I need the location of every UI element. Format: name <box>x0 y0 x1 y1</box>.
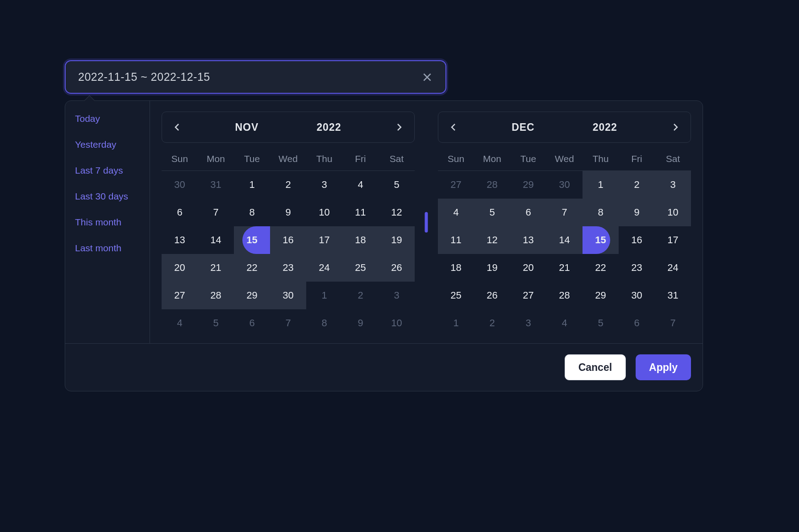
calendar-day[interactable]: 13 <box>510 226 546 254</box>
calendar-month[interactable]: NOV <box>235 121 258 133</box>
calendar-day[interactable]: 5 <box>474 199 510 226</box>
calendar-day[interactable]: 3 <box>655 171 691 199</box>
chevron-left-icon[interactable] <box>172 122 183 133</box>
calendar-day[interactable]: 5 <box>379 171 415 199</box>
calendar-day[interactable]: 2 <box>474 309 510 337</box>
shortcut-item[interactable]: Last 7 days <box>75 165 140 176</box>
calendar-day[interactable]: 8 <box>306 309 342 337</box>
calendar-day[interactable]: 6 <box>619 309 655 337</box>
calendar-day[interactable]: 30 <box>270 282 306 309</box>
calendar-day[interactable]: 17 <box>655 226 691 254</box>
calendar-day[interactable]: 11 <box>342 199 379 226</box>
shortcut-item[interactable]: Today <box>75 113 140 124</box>
calendar-day[interactable]: 10 <box>379 309 415 337</box>
calendar-day[interactable]: 7 <box>198 199 234 226</box>
calendar-day[interactable]: 12 <box>474 226 510 254</box>
calendar-day[interactable]: 18 <box>438 254 474 282</box>
calendar-day[interactable]: 1 <box>583 171 619 199</box>
calendar-day[interactable]: 29 <box>583 282 619 309</box>
calendar-day[interactable]: 1 <box>438 309 474 337</box>
calendar-year[interactable]: 2022 <box>593 121 617 133</box>
date-range-input[interactable]: 2022-11-15 ~ 2022-12-15 <box>65 60 446 94</box>
calendar-day[interactable]: 11 <box>438 226 474 254</box>
calendar-day[interactable]: 7 <box>270 309 306 337</box>
calendar-day[interactable]: 3 <box>306 171 342 199</box>
calendar-day[interactable]: 20 <box>510 254 546 282</box>
calendar-day[interactable]: 24 <box>306 254 342 282</box>
calendar-year[interactable]: 2022 <box>316 121 341 133</box>
calendar-day[interactable]: 7 <box>655 309 691 337</box>
calendar-day[interactable]: 24 <box>655 254 691 282</box>
calendar-day[interactable]: 4 <box>162 309 198 337</box>
calendar-day[interactable]: 16 <box>619 226 655 254</box>
calendar-day[interactable]: 22 <box>234 254 270 282</box>
calendar-day[interactable]: 12 <box>379 199 415 226</box>
shortcut-item[interactable]: Last month <box>75 243 140 254</box>
calendar-day[interactable]: 1 <box>306 282 342 309</box>
calendar-day[interactable]: 15 <box>234 226 270 254</box>
calendar-day[interactable]: 25 <box>438 282 474 309</box>
calendar-day[interactable]: 2 <box>270 171 306 199</box>
clear-icon[interactable] <box>421 71 433 83</box>
chevron-right-icon[interactable] <box>394 122 404 133</box>
calendar-day[interactable]: 1 <box>234 171 270 199</box>
calendar-day[interactable]: 26 <box>474 282 510 309</box>
calendar-day[interactable]: 30 <box>162 171 198 199</box>
calendar-day[interactable]: 22 <box>583 254 619 282</box>
calendar-day[interactable]: 27 <box>510 282 546 309</box>
calendar-day[interactable]: 6 <box>510 199 546 226</box>
calendar-title[interactable]: NOV2022 <box>183 121 394 133</box>
calendar-day[interactable]: 3 <box>510 309 546 337</box>
calendar-day[interactable]: 13 <box>162 226 198 254</box>
calendar-day[interactable]: 27 <box>162 282 198 309</box>
calendar-day[interactable]: 25 <box>342 254 379 282</box>
calendar-day[interactable]: 23 <box>270 254 306 282</box>
calendar-day[interactable]: 21 <box>546 254 583 282</box>
calendar-day[interactable]: 26 <box>379 254 415 282</box>
calendar-day[interactable]: 9 <box>270 199 306 226</box>
chevron-right-icon[interactable] <box>670 122 681 133</box>
calendar-day[interactable]: 3 <box>379 282 415 309</box>
calendar-day[interactable]: 4 <box>438 199 474 226</box>
calendar-day[interactable]: 30 <box>619 282 655 309</box>
calendar-day[interactable]: 2 <box>342 282 379 309</box>
calendar-day[interactable]: 17 <box>306 226 342 254</box>
shortcut-item[interactable]: This month <box>75 217 140 228</box>
apply-button[interactable]: Apply <box>636 354 691 380</box>
calendar-day[interactable]: 9 <box>619 199 655 226</box>
calendar-day[interactable]: 28 <box>546 282 583 309</box>
divider-handle[interactable] <box>425 212 428 233</box>
calendar-day[interactable]: 14 <box>546 226 583 254</box>
calendar-day[interactable]: 6 <box>162 199 198 226</box>
calendar-day[interactable]: 9 <box>342 309 379 337</box>
calendar-day[interactable]: 19 <box>474 254 510 282</box>
calendar-day[interactable]: 21 <box>198 254 234 282</box>
calendar-day[interactable]: 28 <box>198 282 234 309</box>
calendar-day[interactable]: 16 <box>270 226 306 254</box>
calendar-month[interactable]: DEC <box>512 121 535 133</box>
calendar-day[interactable]: 29 <box>234 282 270 309</box>
calendar-day[interactable]: 29 <box>510 171 546 199</box>
calendar-day[interactable]: 20 <box>162 254 198 282</box>
shortcut-item[interactable]: Last 30 days <box>75 191 140 202</box>
calendar-day[interactable]: 5 <box>583 309 619 337</box>
calendar-day[interactable]: 18 <box>342 226 379 254</box>
calendar-day[interactable]: 2 <box>619 171 655 199</box>
calendar-day[interactable]: 4 <box>342 171 379 199</box>
calendar-day[interactable]: 8 <box>234 199 270 226</box>
calendar-day[interactable]: 4 <box>546 309 583 337</box>
calendar-day[interactable]: 30 <box>546 171 583 199</box>
cancel-button[interactable]: Cancel <box>565 354 626 380</box>
calendar-day[interactable]: 10 <box>306 199 342 226</box>
calendar-day[interactable]: 7 <box>546 199 583 226</box>
shortcut-item[interactable]: Yesterday <box>75 139 140 150</box>
chevron-left-icon[interactable] <box>448 122 459 133</box>
calendar-day[interactable]: 27 <box>438 171 474 199</box>
calendar-day[interactable]: 6 <box>234 309 270 337</box>
calendar-day[interactable]: 31 <box>198 171 234 199</box>
calendar-day[interactable]: 10 <box>655 199 691 226</box>
calendar-day[interactable]: 14 <box>198 226 234 254</box>
calendar-day[interactable]: 31 <box>655 282 691 309</box>
calendar-day[interactable]: 19 <box>379 226 415 254</box>
calendar-day[interactable]: 28 <box>474 171 510 199</box>
